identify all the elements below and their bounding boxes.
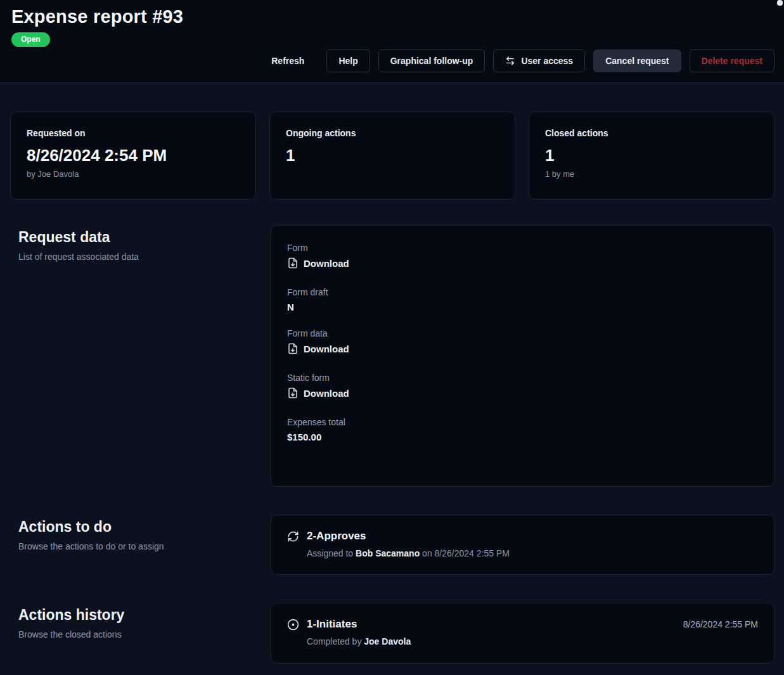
- history-title: 1-Initiates: [307, 618, 357, 631]
- page-title: Expense report #93: [11, 5, 774, 28]
- circle-dot-icon: [287, 619, 299, 631]
- actions-to-do-heading: Actions to do: [18, 518, 271, 536]
- requested-on-value: 8/26/2024 2:54 PM: [27, 146, 240, 165]
- ongoing-actions-card: Ongoing actions 1: [269, 112, 515, 200]
- field-form-label: Form: [287, 243, 758, 253]
- history-completed-by: Completed by Joe Davola: [307, 636, 758, 646]
- requested-on-label: Requested on: [27, 128, 240, 138]
- actions-to-do-subtitle: Browse the actions to do or to assign: [18, 541, 271, 551]
- actions-history-heading: Actions history: [18, 607, 271, 624]
- field-form: Form Download: [287, 243, 758, 271]
- swap-arrows-icon: [505, 56, 515, 66]
- status-badge: Open: [11, 32, 50, 47]
- assigned-prefix: Assigned to: [307, 548, 353, 558]
- closed-actions-value: 1: [545, 146, 758, 165]
- assigned-datetime: 8/26/2024 2:55 PM: [435, 548, 510, 558]
- action-history-item[interactable]: 1-Initiates 8/26/2024 2:55 PM Completed …: [271, 603, 774, 664]
- field-expenses-total: Expenses total $150.00: [287, 417, 758, 442]
- request-data-heading: Request data: [18, 229, 271, 246]
- actions-history-section: Actions history Browse the closed action…: [10, 603, 774, 664]
- field-form-draft-value: N: [287, 302, 758, 312]
- scrollbar-thumb[interactable]: [777, 0, 783, 6]
- closed-actions-card: Closed actions 1 1 by me: [529, 112, 774, 200]
- form-download-label: Download: [304, 258, 349, 269]
- ongoing-actions-label: Ongoing actions: [286, 128, 499, 138]
- file-download-icon: [287, 387, 299, 399]
- requested-on-by: by Joe Davola: [27, 169, 240, 179]
- action-title: 2-Approves: [307, 530, 366, 543]
- request-data-card: Form Download Form draft N Form data: [271, 225, 774, 487]
- delete-request-button[interactable]: Delete request: [690, 49, 774, 72]
- field-form-data-label: Form data: [287, 328, 758, 338]
- cancel-request-button[interactable]: Cancel request: [593, 49, 681, 72]
- field-form-draft: Form draft N: [287, 287, 758, 312]
- history-timestamp: 8/26/2024 2:55 PM: [683, 619, 758, 629]
- actions-history-header: Actions history Browse the closed action…: [10, 603, 271, 640]
- field-form-data: Form data Download: [287, 328, 758, 357]
- action-to-do-item[interactable]: 2-Approves Assigned to Bob Sacamano on 8…: [271, 515, 774, 575]
- file-download-icon: [287, 257, 299, 269]
- graphical-follow-up-button[interactable]: Graphical follow-up: [378, 49, 485, 72]
- form-data-download-label: Download: [304, 344, 349, 354]
- help-button[interactable]: Help: [326, 49, 370, 72]
- field-expenses-total-label: Expenses total: [287, 417, 758, 427]
- user-access-button[interactable]: User access: [493, 49, 585, 72]
- main-content: Requested on 8/26/2024 2:54 PM by Joe Da…: [0, 112, 784, 664]
- assignee-name: Bob Sacamano: [356, 548, 420, 558]
- actions-history-subtitle: Browse the closed actions: [18, 629, 271, 640]
- static-form-download-link[interactable]: Download: [287, 387, 349, 399]
- action-assignment: Assigned to Bob Sacamano on 8/26/2024 2:…: [307, 548, 758, 558]
- request-data-header: Request data List of request associated …: [10, 225, 271, 262]
- completed-prefix: Completed by: [307, 636, 361, 646]
- page-header: Expense report #93 Open Refresh Help Gra…: [0, 0, 784, 83]
- request-data-subtitle: List of request associated data: [18, 252, 271, 262]
- actions-to-do-header: Actions to do Browse the actions to do o…: [10, 515, 271, 551]
- request-data-section: Request data List of request associated …: [10, 225, 774, 487]
- form-download-link[interactable]: Download: [287, 257, 349, 269]
- ongoing-actions-value: 1: [286, 146, 499, 165]
- field-static-form: Static form Download: [287, 373, 758, 401]
- requested-on-card: Requested on 8/26/2024 2:54 PM by Joe Da…: [10, 112, 256, 200]
- field-form-draft-label: Form draft: [287, 287, 758, 297]
- file-download-icon: [287, 343, 299, 354]
- field-expenses-total-value: $150.00: [287, 432, 758, 442]
- closed-actions-sub: 1 by me: [545, 169, 758, 179]
- user-access-label: User access: [521, 56, 573, 66]
- closed-actions-label: Closed actions: [545, 128, 758, 138]
- completed-by-name: Joe Davola: [364, 636, 411, 646]
- static-form-download-label: Download: [304, 388, 349, 399]
- stats-row: Requested on 8/26/2024 2:54 PM by Joe Da…: [10, 112, 774, 200]
- toolbar: Refresh Help Graphical follow-up User ac…: [11, 49, 774, 72]
- refresh-button[interactable]: Refresh: [257, 49, 318, 72]
- action-title-row: 2-Approves: [287, 530, 758, 543]
- form-data-download-link[interactable]: Download: [287, 343, 349, 354]
- field-static-form-label: Static form: [287, 373, 758, 383]
- sync-icon: [287, 530, 299, 543]
- on-word: on: [422, 548, 432, 558]
- history-title-row: 1-Initiates 8/26/2024 2:55 PM: [287, 618, 758, 631]
- actions-to-do-section: Actions to do Browse the actions to do o…: [10, 515, 774, 575]
